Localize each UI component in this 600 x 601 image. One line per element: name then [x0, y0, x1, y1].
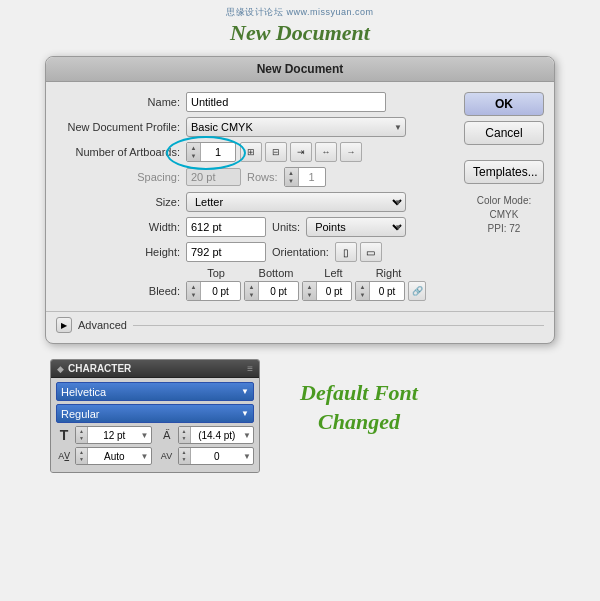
font-size-down[interactable]: ▼	[76, 435, 87, 442]
bleed-right-arrows[interactable]: ▲ ▼	[356, 282, 370, 300]
bleed-bottom-label: Bottom	[246, 267, 306, 279]
bleed-top-arrows[interactable]: ▲ ▼	[187, 282, 201, 300]
leading-icon: A̋	[159, 429, 175, 442]
rows-stepper-down[interactable]: ▼	[285, 177, 298, 185]
portrait-button[interactable]: ▯	[335, 242, 357, 262]
font-size-value: 12 pt	[88, 430, 141, 441]
units-label: Units:	[266, 221, 306, 233]
char-titlebar: ◆ CHARACTER ≡	[51, 360, 259, 378]
bleed-right-down[interactable]: ▼	[356, 291, 369, 299]
link-bleed-icon[interactable]: 🔗	[408, 281, 426, 301]
bleed-left-up[interactable]: ▲	[303, 283, 316, 291]
tracking-down[interactable]: ▼	[76, 456, 87, 463]
tracking-up[interactable]: ▲	[76, 449, 87, 456]
font-style-select[interactable]: Regular ▼	[56, 404, 254, 423]
bleed-bottom-stepper[interactable]: ▲ ▼ 0 pt	[244, 281, 299, 301]
size-row: Size: Letter A4 Legal ▼	[56, 192, 454, 212]
name-row: Name:	[56, 92, 454, 112]
spacing-label: Spacing:	[56, 171, 186, 183]
bleed-bottom-down[interactable]: ▼	[245, 291, 258, 299]
tracking-field[interactable]: ▲ ▼ Auto ▼	[75, 447, 152, 465]
units-select-wrapper: Points Inches Pixels Millimeters ▼	[306, 217, 406, 237]
bleed-bottom-arrows[interactable]: ▲ ▼	[245, 282, 259, 300]
spacing-input[interactable]	[186, 168, 241, 186]
size-select[interactable]: Letter A4 Legal	[186, 192, 406, 212]
font-size-stepper[interactable]: ▲ ▼	[76, 427, 88, 443]
units-select[interactable]: Points Inches Pixels Millimeters	[306, 217, 406, 237]
kerning-up[interactable]: ▲	[179, 449, 190, 456]
rows-stepper-up[interactable]: ▲	[285, 169, 298, 177]
char-collapse-icon[interactable]: ≡	[247, 363, 253, 374]
tracking-value: Auto	[88, 451, 141, 462]
char-body: Helvetica ▼ Regular ▼ T ▲ ▼ 12 pt ▼	[51, 378, 259, 472]
bleed-right-up[interactable]: ▲	[356, 283, 369, 291]
font-name-label: Helvetica	[61, 386, 106, 398]
font-size-icon: T	[56, 427, 72, 443]
leading-field[interactable]: ▲ ▼ (14.4 pt) ▼	[178, 426, 255, 444]
kerning-stepper[interactable]: ▲ ▼	[179, 448, 191, 464]
bleed-right-value: 0 pt	[370, 286, 404, 297]
bleed-left-stepper[interactable]: ▲ ▼ 0 pt	[302, 281, 352, 301]
landscape-button[interactable]: ▭	[360, 242, 382, 262]
name-label: Name:	[56, 96, 186, 108]
artboards-stepper-up[interactable]: ▲	[187, 144, 200, 152]
bleed-top-down[interactable]: ▼	[187, 291, 200, 299]
font-size-field[interactable]: ▲ ▼ 12 pt ▼	[75, 426, 152, 444]
artboards-stepper-down[interactable]: ▼	[187, 152, 200, 160]
bleed-top-stepper[interactable]: ▲ ▼ 0 pt	[186, 281, 241, 301]
bleed-left-down[interactable]: ▼	[303, 291, 316, 299]
bleed-top-up[interactable]: ▲	[187, 283, 200, 291]
bleed-top-value: 0 pt	[201, 286, 240, 297]
bleed-bottom-up[interactable]: ▲	[245, 283, 258, 291]
new-document-dialog: New Document Name: New Document Profile:…	[45, 56, 555, 344]
cancel-button[interactable]: Cancel	[464, 121, 544, 145]
site-url: 思缘设计论坛 www.missyuan.com	[0, 6, 600, 19]
bleed-left-label: Left	[306, 267, 361, 279]
artboards-label: Number of Artboards:	[56, 146, 186, 158]
tracking-stepper[interactable]: ▲ ▼	[76, 448, 88, 464]
height-row: Height: Orientation: ▯ ▭	[56, 242, 454, 262]
artboards-row: Number of Artboards: ▲ ▼ 1 ⊞	[56, 142, 454, 162]
default-font-changed: Default Font Changed	[300, 379, 418, 436]
artboards-stepper-arrows[interactable]: ▲ ▼	[187, 143, 201, 161]
artboards-stepper[interactable]: ▲ ▼ 1	[186, 142, 236, 162]
leading-stepper[interactable]: ▲ ▼	[179, 427, 191, 443]
spacing-row: Spacing: Rows: ▲ ▼ 1	[56, 167, 454, 187]
profile-select[interactable]: Basic CMYK Basic RGB Print Web	[186, 117, 406, 137]
arrange4-icon-btn[interactable]: →	[340, 142, 362, 162]
bottom-area: ◆ CHARACTER ≡ Helvetica ▼ Regular ▼ T ▲	[0, 344, 600, 473]
bleed-left-arrows[interactable]: ▲ ▼	[303, 282, 317, 300]
dialog-wrapper: New Document Name: New Document Profile:…	[0, 56, 600, 344]
rows-stepper-arrows[interactable]: ▲ ▼	[285, 168, 299, 186]
size-label: Size:	[56, 196, 186, 208]
dialog-left: Name: New Document Profile: Basic CMYK B…	[56, 92, 454, 306]
height-label: Height:	[56, 246, 186, 258]
kerning-field[interactable]: ▲ ▼ 0 ▼	[178, 447, 255, 465]
tracking-dropdown-icon[interactable]: ▼	[141, 452, 151, 461]
arrange2-icon-btn[interactable]: ⇥	[290, 142, 312, 162]
height-input[interactable]	[186, 242, 266, 262]
advanced-label: Advanced	[78, 319, 127, 331]
font-size-up[interactable]: ▲	[76, 428, 87, 435]
kerning-icon: AV	[159, 451, 175, 461]
rows-stepper[interactable]: ▲ ▼ 1	[284, 167, 326, 187]
leading-down[interactable]: ▼	[179, 435, 190, 442]
profile-row: New Document Profile: Basic CMYK Basic R…	[56, 117, 454, 137]
size-select-wrapper: Letter A4 Legal ▼	[186, 192, 406, 212]
width-input[interactable]	[186, 217, 266, 237]
ok-button[interactable]: OK	[464, 92, 544, 116]
arrange3-icon-btn[interactable]: ↔	[315, 142, 337, 162]
name-input[interactable]	[186, 92, 386, 112]
font-size-dropdown-icon[interactable]: ▼	[141, 431, 151, 440]
bleed-right-stepper[interactable]: ▲ ▼ 0 pt	[355, 281, 405, 301]
arrange-icon-btn[interactable]: ⊟	[265, 142, 287, 162]
leading-dropdown-icon[interactable]: ▼	[243, 431, 253, 440]
advanced-toggle-button[interactable]: ▶	[56, 317, 72, 333]
templates-button[interactable]: Templates...	[464, 160, 544, 184]
grid-icon-btn[interactable]: ⊞	[240, 142, 262, 162]
font-name-select[interactable]: Helvetica ▼	[56, 382, 254, 401]
leading-up[interactable]: ▲	[179, 428, 190, 435]
kerning-down[interactable]: ▼	[179, 456, 190, 463]
kerning-dropdown-icon[interactable]: ▼	[243, 452, 253, 461]
bleed-row: Bleed: ▲ ▼ 0 pt ▲ ▼ 0 pt	[56, 281, 454, 301]
